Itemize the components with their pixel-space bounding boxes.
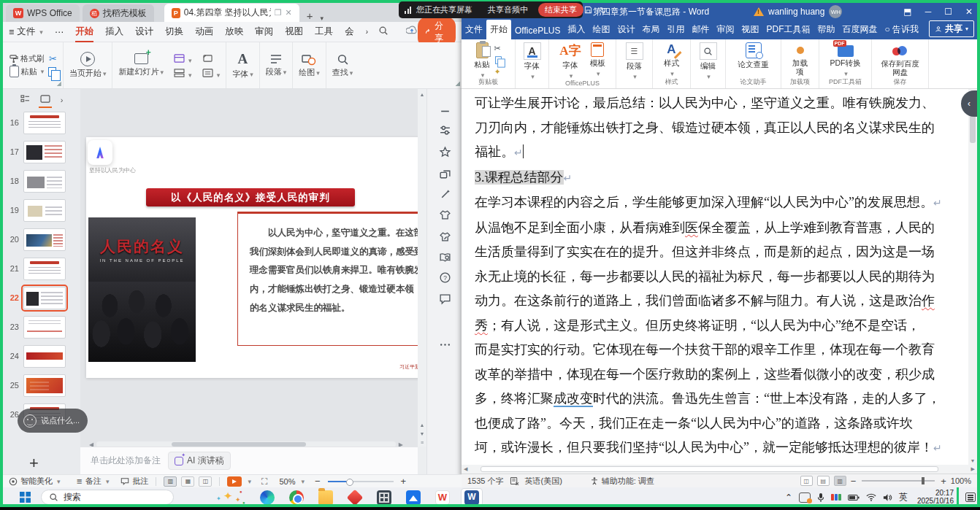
wps-menu-设计[interactable]: 设计: [129, 23, 159, 41]
accessibility-status[interactable]: 辅助功能: 调查: [590, 476, 654, 487]
smart-beautify-button[interactable]: 智能美化▾: [9, 476, 61, 487]
slide-thumbnail[interactable]: [23, 112, 66, 134]
web-layout-button[interactable]: ▥: [834, 476, 846, 486]
word-vertical-scrollbar[interactable]: ▲ ▼: [968, 89, 977, 465]
slide-thumbnail[interactable]: [23, 199, 66, 222]
word-tab-百度网盘[interactable]: 百度网盘: [838, 20, 881, 39]
minimize-button[interactable]: ─: [925, 7, 932, 17]
document-line[interactable]: 改革的举措中，体现在每一个医疗救助的案例上，这些看似微小的改变，积少成: [475, 363, 962, 387]
document-line[interactable]: 多，终将汇聚成改变时代的洪流。鲁迅先生曾言：“世上本没有路，走的人多了，: [475, 387, 962, 412]
design-shirt-pen-icon[interactable]: [437, 229, 452, 244]
battery-icon[interactable]: [848, 494, 860, 501]
word-horizontal-scrollbar[interactable]: ◀ ▶: [462, 465, 977, 474]
slide-thumbnail[interactable]: [23, 374, 66, 397]
language-status[interactable]: 英语(美国): [525, 476, 562, 487]
paragraph-button[interactable]: ☰ 段落▾: [626, 42, 643, 80]
word-tab-OfficePLUS[interactable]: OfficePLUS: [511, 22, 564, 39]
ribbon-display-options-icon[interactable]: ⬒: [903, 7, 911, 17]
format-painter-icon[interactable]: ✦: [494, 67, 502, 77]
canvas-vertical-scrollbar[interactable]: ▲ ▲ ▼ ≡: [418, 89, 426, 447]
new-slide-button[interactable]: 新建幻灯片▾: [118, 53, 164, 77]
zoom-in-button[interactable]: +: [401, 476, 407, 487]
slide-thumbnail-row-16[interactable]: 16: [3, 109, 80, 136]
document-line[interactable]: 从温饱不足到全面小康，从看病难到医保全覆盖，从上学难到教育普惠，人民的: [475, 216, 962, 241]
outline-list-icon[interactable]: ▾: [202, 69, 221, 79]
word-tab-开始[interactable]: 开始: [486, 20, 511, 39]
comments-button[interactable]: 批注: [120, 476, 148, 487]
slide-thumbnail-row-17[interactable]: 17: [3, 139, 80, 165]
notes-toggle-button[interactable]: ≣ 备注▾: [77, 476, 110, 487]
ai-speech-button[interactable]: AI 演讲稿: [168, 452, 231, 470]
slide-thumbnail[interactable]: [23, 316, 66, 339]
word-account[interactable]: wanling huang WH: [754, 5, 842, 18]
file-menu[interactable]: ≡文件▾: [3, 23, 49, 41]
end-share-button[interactable]: 结束共享: [538, 3, 583, 17]
wifi-icon[interactable]: [866, 493, 876, 501]
popout-window-icon[interactable]: ❐: [275, 8, 282, 18]
avatar[interactable]: WH: [829, 5, 842, 18]
word-tab-视图[interactable]: 视图: [738, 20, 762, 39]
zoom-out-button[interactable]: −: [315, 476, 321, 487]
print-layout-button[interactable]: ▤: [817, 476, 830, 486]
wps-menu-放映[interactable]: 放映: [219, 23, 249, 41]
word-document-area[interactable]: 可让学生展开讨论，最后总结：以人民为中心，坚守道义之重。唯有铁腕发力、刀刃向内，…: [462, 89, 968, 465]
slide-thumbnail-row-25[interactable]: 25: [3, 372, 80, 398]
slide-thumbnail[interactable]: [23, 287, 66, 309]
taskbar-app-meeting-icon[interactable]: [403, 489, 424, 506]
slide-22[interactable]: 坚持以人民为中心 第四章 坚持 以《人民的名义》接受人民的审判 人民的名义 IN…: [86, 137, 418, 378]
paste-button[interactable]: 粘贴▾: [475, 42, 490, 79]
copy-icon[interactable]: [48, 67, 56, 77]
document-line[interactable]: 在学习本课程的内容之后，学生能够更加深入理解“以人民为中心”的发展思想。↵: [475, 190, 962, 216]
taskbar-cl clock[interactable]: 20:17 2025/10/16: [914, 487, 959, 507]
document-tab[interactable]: P 04.第四章 坚持以人民为... ❐ ✕: [164, 4, 299, 22]
paragraph-button[interactable]: 段落▾: [266, 66, 287, 77]
slide-thumbnail-row-24[interactable]: 24: [3, 343, 80, 369]
word-share-button[interactable]: 共享▾: [929, 20, 974, 37]
slide-thumbnail-row-18[interactable]: 18: [3, 168, 80, 194]
word-count[interactable]: 1535 个字: [467, 476, 504, 487]
word-zoom-slider[interactable]: [862, 480, 935, 482]
taskbar-search-input[interactable]: 搜索: [41, 490, 174, 505]
slide-thumbnail-row-20[interactable]: 20: [3, 226, 80, 252]
comment-icon[interactable]: [437, 291, 452, 306]
notification-center-icon[interactable]: [965, 492, 976, 502]
more-dots-icon[interactable]: [437, 337, 452, 352]
cut-scissors-icon[interactable]: ✂: [494, 44, 502, 53]
document-line[interactable]: 3.课程总结部分↵: [475, 166, 962, 191]
taskbar-app-wps-icon[interactable]: [432, 489, 453, 506]
proofing-icon[interactable]: [510, 476, 519, 485]
document-line[interactable]: 也便成了路”。今天，我们正在走一条“以人民为中心”的道路，这条路或许坎: [475, 412, 962, 436]
slide-thumbnail[interactable]: [23, 228, 66, 251]
save-to-pan-button[interactable]: 保存到百度网盘: [878, 42, 922, 77]
taskbar-app-gem-icon[interactable]: [345, 489, 365, 506]
officeplus-font-button[interactable]: A字 字体▾: [559, 42, 581, 80]
magic-wand-icon[interactable]: [437, 187, 452, 201]
maximize-button[interactable]: ☐: [944, 7, 952, 17]
normal-view-button[interactable]: ▥: [164, 476, 177, 487]
slide-thumbnail-row-23[interactable]: 23: [3, 314, 80, 340]
read-mode-button[interactable]: ◫: [800, 476, 813, 486]
fullscreen-icon[interactable]: ⛶: [261, 476, 267, 487]
paper-check-button[interactable]: 论文查重: [738, 42, 769, 70]
next-slide-arrow-icon[interactable]: ▼: [418, 431, 426, 436]
wps-ai-floating-button[interactable]: [88, 140, 112, 165]
officeplus-template-button[interactable]: 模板▾: [590, 42, 605, 77]
slide-layout-icon[interactable]: ▾: [174, 54, 192, 64]
theme-shirt-icon[interactable]: [437, 207, 452, 222]
copilot-sparkle-icon[interactable]: ✦ ✦ ✦ ● ●: [213, 489, 247, 506]
wps-menu-会[interactable]: 会: [339, 23, 360, 41]
previous-slide-arrow-icon[interactable]: ▲: [418, 422, 426, 428]
group-expand-icon[interactable]: ◢: [456, 80, 460, 87]
save-icon[interactable]: [584, 6, 592, 14]
scroll-right-arrow-icon[interactable]: ▶: [971, 466, 977, 472]
slide-thumbnail[interactable]: [23, 258, 66, 280]
pdf-convert-button[interactable]: PDF转换▾: [830, 42, 861, 77]
more-menu-icon[interactable]: ⋯: [49, 23, 70, 40]
book-search-icon[interactable]: [437, 250, 452, 264]
draw-button[interactable]: 绘图▾: [299, 67, 320, 78]
wps-zoom-value[interactable]: 50%: [279, 477, 295, 486]
transition-shapes-icon[interactable]: [437, 166, 452, 181]
menu-overflow-chevron-icon[interactable]: ›: [360, 25, 374, 39]
taskbar-app-calculator-icon[interactable]: [374, 489, 394, 506]
outline-view-icon[interactable]: [20, 95, 30, 105]
